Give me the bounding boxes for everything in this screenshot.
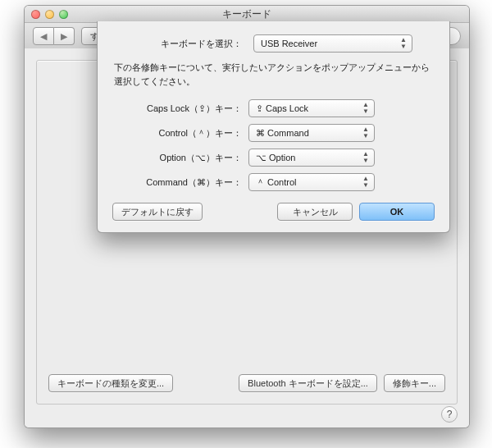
sheet-button-row: デフォルトに戻す キャンセル OK	[112, 203, 435, 221]
select-keyboard-value: USB Receiver	[261, 39, 317, 48]
capslock-value: ⇪ Caps Lock	[256, 103, 308, 114]
forward-button[interactable]: ▶	[54, 27, 75, 45]
instruction-text: 下の各修飾キーについて、実行したいアクションをポップアップメニューから選択してく…	[114, 61, 433, 88]
setup-bluetooth-button[interactable]: Bluetooth キーボードを設定...	[239, 374, 377, 392]
popup-arrows-icon	[399, 37, 408, 50]
setup-bluetooth-label: Bluetooth キーボードを設定...	[248, 377, 368, 390]
cancel-button[interactable]: キャンセル	[277, 203, 353, 221]
popup-arrows-icon	[361, 102, 371, 115]
option-label: Option（⌥）キー：	[112, 152, 248, 164]
cancel-label: キャンセル	[293, 206, 338, 218]
popup-arrows-icon	[361, 176, 371, 189]
option-value: ⌥ Option	[256, 153, 295, 163]
capslock-row: Caps Lock（⇪）キー： ⇪ Caps Lock	[112, 99, 435, 117]
select-keyboard-label: キーボードを選択：	[112, 38, 248, 50]
control-label: Control（＾）キー：	[112, 127, 248, 139]
command-value: ＾ Control	[256, 176, 297, 189]
help-icon: ?	[447, 409, 453, 420]
chevron-right-icon: ▶	[61, 31, 67, 42]
panel-footer-row: キーボードの種類を変更... Bluetooth キーボードを設定... 修飾キ…	[48, 374, 445, 392]
control-value: ⌘ Command	[256, 128, 309, 139]
minimize-traffic-light[interactable]	[45, 10, 54, 19]
window-controls	[31, 10, 68, 19]
command-label: Command（⌘）キー：	[112, 176, 248, 189]
popup-arrows-icon	[361, 126, 371, 139]
nav-segment: ◀ ▶	[33, 27, 75, 45]
control-row: Control（＾）キー： ⌘ Command	[112, 124, 435, 142]
control-popup[interactable]: ⌘ Command	[248, 124, 375, 142]
modifier-keys-sheet: キーボードを選択： USB Receiver 下の各修飾キーについて、実行したい…	[97, 21, 450, 233]
select-keyboard-row: キーボードを選択： USB Receiver	[112, 34, 435, 53]
capslock-label: Caps Lock（⇪）キー：	[112, 103, 248, 115]
restore-defaults-label: デフォルトに戻す	[121, 206, 194, 218]
zoom-traffic-light[interactable]	[59, 10, 68, 19]
change-type-label: キーボードの種類を変更...	[57, 377, 164, 390]
capslock-popup[interactable]: ⇪ Caps Lock	[248, 99, 375, 117]
popup-arrows-icon	[361, 151, 371, 164]
chevron-left-icon: ◀	[40, 31, 47, 42]
modifier-keys-button[interactable]: 修飾キー...	[384, 374, 445, 392]
command-row: Command（⌘）キー： ＾ Control	[112, 173, 435, 191]
close-traffic-light[interactable]	[31, 10, 40, 19]
help-button[interactable]: ?	[441, 406, 458, 423]
restore-defaults-button[interactable]: デフォルトに戻す	[112, 203, 203, 221]
ok-label: OK	[390, 207, 404, 217]
change-keyboard-type-button[interactable]: キーボードの種類を変更...	[48, 374, 173, 392]
command-popup[interactable]: ＾ Control	[248, 173, 375, 191]
option-row: Option（⌥）キー： ⌥ Option	[112, 149, 435, 167]
titlebar: キーボード	[25, 6, 469, 23]
back-button[interactable]: ◀	[33, 27, 54, 45]
window-title: キーボード	[25, 7, 469, 21]
select-keyboard-popup[interactable]: USB Receiver	[253, 34, 412, 53]
modifier-keys-label: 修飾キー...	[393, 377, 436, 390]
option-popup[interactable]: ⌥ Option	[248, 149, 375, 167]
ok-button[interactable]: OK	[359, 203, 435, 221]
